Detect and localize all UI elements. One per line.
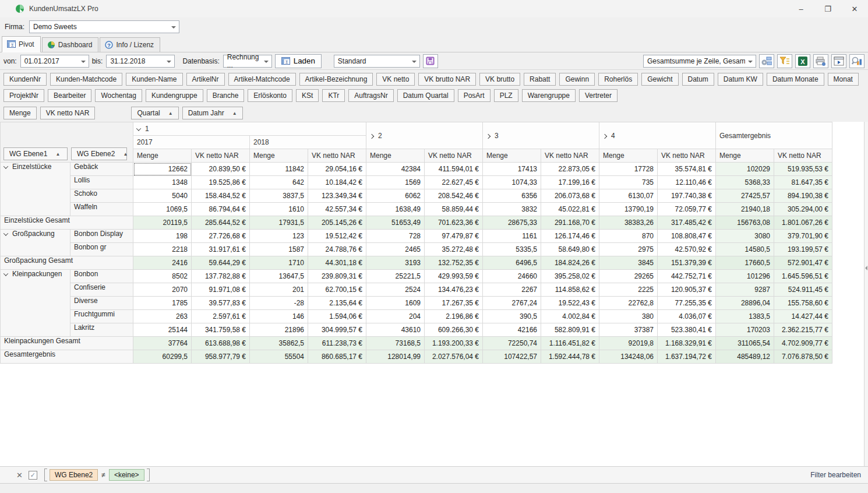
row-item-cell[interactable]: Waffeln (70, 203, 133, 216)
pivot-cell[interactable]: 311065,54 (716, 337, 774, 350)
pivot-cell[interactable]: 20119,5 (133, 216, 192, 230)
pivot-cell[interactable]: 7.076.878,50 € (774, 350, 832, 364)
field-chip-vk-netto[interactable]: VK netto (376, 73, 415, 86)
measure-header-menge[interactable]: Menge (133, 149, 192, 163)
pivot-cell[interactable]: 3845 (599, 256, 658, 270)
measure-header-menge[interactable]: Menge (250, 149, 308, 163)
pivot-cell[interactable]: 193.199,57 € (774, 243, 832, 256)
pivot-cell[interactable]: 27425,57 (716, 189, 774, 203)
field-chip-kundennr[interactable]: KundenNr (3, 73, 47, 86)
row-field-chip-wg-ebene2[interactable]: WG Ebene2▲ (71, 147, 127, 160)
row-item-cell[interactable]: Diverse (70, 297, 133, 310)
field-chip-roherl-s[interactable]: Roherlös (598, 73, 638, 86)
field-chip-posart[interactable]: PosArt (458, 89, 491, 102)
pivot-cell[interactable]: 22.627,45 € (425, 176, 483, 189)
field-chip-kunden-matchcode[interactable]: Kunden-Matchcode (50, 73, 122, 86)
pivot-cell[interactable]: 14580,5 (716, 243, 774, 256)
pivot-cell[interactable]: 92019,8 (599, 337, 658, 350)
measure-header-menge[interactable]: Menge (483, 149, 541, 163)
pivot-cell[interactable]: 45.022,81 € (541, 203, 599, 216)
field-chip-vertreter[interactable]: Vertreter (579, 89, 618, 102)
pivot-cell[interactable]: 31.917,61 € (192, 243, 250, 256)
pivot-cell[interactable]: 305.294,00 € (774, 203, 832, 216)
pivot-cell[interactable]: 411.594,01 € (425, 163, 483, 176)
pivot-cell[interactable]: 155.758,60 € (774, 297, 832, 310)
pivot-cell[interactable]: 25144 (133, 323, 192, 337)
pivot-cell[interactable]: 2416 (133, 256, 192, 270)
pivot-cell[interactable]: 137.782,88 € (192, 270, 250, 283)
pivot-cell[interactable]: 3837,5 (250, 189, 308, 203)
pivot-cell[interactable]: 2218 (133, 243, 192, 256)
pivot-cell[interactable]: 9287 (716, 283, 774, 297)
pivot-cell[interactable]: 2524 (366, 283, 425, 297)
pivot-cell[interactable]: 6496,5 (483, 256, 541, 270)
pivot-cell[interactable]: 12.110,46 € (658, 176, 716, 189)
row-item-cell[interactable]: Lakritz (70, 323, 133, 337)
pivot-cell[interactable]: 206.073,68 € (541, 189, 599, 203)
column-group-header-2[interactable]: 2 (366, 122, 483, 149)
pivot-cell[interactable]: 14.427,44 € (774, 310, 832, 323)
pivot-cell[interactable]: 1383,5 (716, 310, 774, 323)
pivot-cell[interactable]: 1.116.451,82 € (541, 337, 599, 350)
row-item-cell[interactable]: Bonbon Display (70, 230, 133, 243)
pivot-cell[interactable]: 317.485,42 € (658, 216, 716, 230)
row-group-cell-einzelst-cke[interactable]: Einzelstücke (1, 163, 70, 216)
pivot-cell[interactable]: 134248,06 (599, 350, 658, 364)
pivot-cell[interactable]: 22.873,05 € (541, 163, 599, 176)
pivot-cell[interactable]: 735 (599, 176, 658, 189)
pivot-cell[interactable]: 2975 (599, 243, 658, 256)
pivot-cell[interactable]: 25221,5 (366, 270, 425, 283)
pivot-cell[interactable]: 91.971,08 € (192, 283, 250, 297)
column-group-header-1[interactable]: 1 (133, 122, 366, 136)
search-chart-button[interactable] (849, 54, 865, 68)
pivot-cell[interactable]: 263 (133, 310, 192, 323)
pivot-cell[interactable]: 42.557,34 € (308, 203, 366, 216)
pivot-cell[interactable]: 156763,08 (716, 216, 774, 230)
pivot-cell[interactable]: 3080 (716, 230, 774, 243)
pivot-cell[interactable]: 380 (599, 310, 658, 323)
pivot-cell[interactable]: 86.794,64 € (192, 203, 250, 216)
expand-icon[interactable] (602, 133, 607, 138)
expand-icon[interactable] (369, 133, 374, 138)
close-button[interactable]: ✕ (841, 0, 868, 17)
pivot-cell[interactable]: 114.858,62 € (541, 283, 599, 297)
field-chip-artikel-matchcode[interactable]: Artikel-Matchcode (228, 73, 296, 86)
row-group-cell-kleinpackungen[interactable]: Kleinpackungen (1, 270, 70, 337)
pivot-cell[interactable]: 1.645.596,51 € (774, 270, 832, 283)
tab-info-lizenz[interactable]: ? Info / Lizenz (100, 37, 160, 52)
pivot-cell[interactable]: 1069,5 (133, 203, 192, 216)
pivot-cell[interactable]: 523.380,41 € (658, 323, 716, 337)
pivot-cell[interactable]: 27.726,68 € (192, 230, 250, 243)
measure-header-vk-netto-nar[interactable]: VK netto NAR (774, 149, 832, 163)
pivot-cell[interactable]: 285.644,52 € (192, 216, 250, 230)
pivot-cell[interactable]: 62.700,15 € (308, 283, 366, 297)
pivot-cell[interactable]: 35862,5 (250, 337, 308, 350)
pivot-cell[interactable]: 201 (250, 283, 308, 297)
pivot-cell[interactable]: 17.199,16 € (541, 176, 599, 189)
bis-date-combobox[interactable]: 31.12.2018 (106, 55, 175, 68)
filter-value-chip[interactable]: <keine> (109, 469, 144, 481)
pivot-cell[interactable]: 37387 (599, 323, 658, 337)
pivot-cell[interactable]: 55504 (250, 350, 308, 364)
pivot-cell[interactable]: 1348 (133, 176, 192, 189)
pivot-cell[interactable]: 19.512,42 € (308, 230, 366, 243)
pivot-cell[interactable]: 107422,57 (483, 350, 541, 364)
pivot-cell[interactable]: 1.594,06 € (308, 310, 366, 323)
pivot-cell[interactable]: 42166 (483, 323, 541, 337)
pivot-cell[interactable]: 132.752,35 € (425, 256, 483, 270)
filter-operator[interactable]: ≠ (101, 471, 105, 479)
preview-button[interactable] (831, 54, 846, 68)
pivot-cell[interactable]: 38383,26 (599, 216, 658, 230)
measure-header-vk-netto-nar[interactable]: VK netto NAR (541, 149, 599, 163)
pivot-cell[interactable]: 4.036,07 € (658, 310, 716, 323)
field-chooser-button[interactable] (759, 54, 774, 68)
field-chip-vk-brutto[interactable]: VK brutto (479, 73, 520, 86)
column-year-header-2018[interactable]: 2018 (250, 136, 366, 149)
pivot-cell[interactable]: 37764 (133, 337, 192, 350)
pivot-cell[interactable]: 1610 (250, 203, 308, 216)
pivot-cell[interactable]: 239.809,31 € (308, 270, 366, 283)
pivot-cell[interactable]: 442.752,71 € (658, 270, 716, 283)
row-item-cell[interactable]: Fruchtgummi (70, 310, 133, 323)
pivot-cell[interactable]: 2.135,64 € (308, 297, 366, 310)
field-chip-kst[interactable]: KSt (296, 89, 319, 102)
